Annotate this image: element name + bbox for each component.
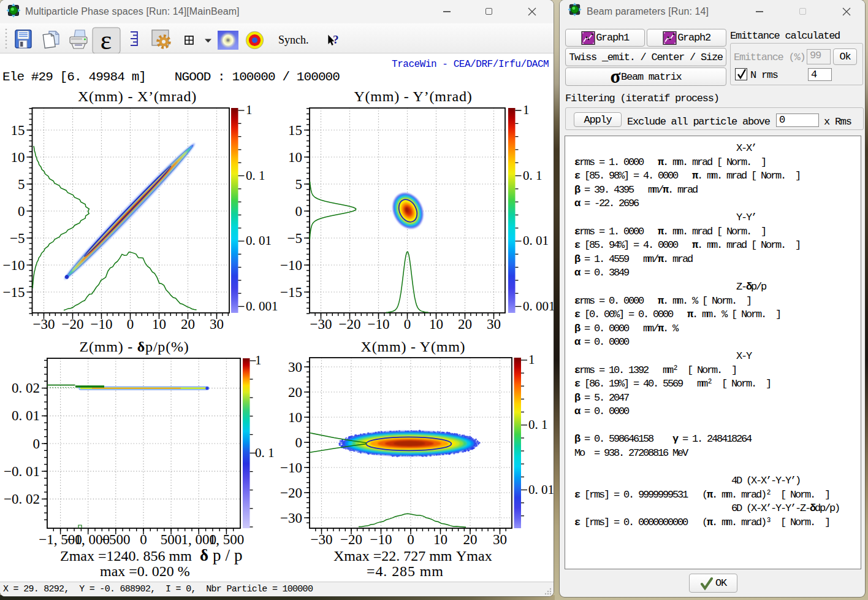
- svg-text:0: 0: [33, 436, 40, 452]
- svg-text:−0. 01: −0. 01: [4, 464, 40, 479]
- svg-text:0. 01: 0. 01: [523, 233, 549, 248]
- svg-text:−30: −30: [311, 532, 333, 547]
- svg-text:−0. 02: −0. 02: [4, 491, 40, 507]
- svg-text:30: 30: [493, 532, 507, 547]
- svg-text:−20: −20: [340, 532, 362, 547]
- svg-text:−20: −20: [280, 485, 302, 501]
- svg-text:5: 5: [295, 177, 303, 192]
- svg-text:15: 15: [288, 123, 302, 138]
- svg-text:500: 500: [161, 532, 182, 547]
- svg-text:X(mm) - Y(mm): X(mm) - Y(mm): [361, 339, 466, 355]
- svg-text:−20: −20: [339, 317, 361, 332]
- svg-text:20: 20: [458, 317, 472, 332]
- svg-text:10: 10: [288, 410, 302, 425]
- svg-text:1: 1: [255, 353, 262, 367]
- svg-text:−10: −10: [370, 532, 392, 547]
- svg-text:20: 20: [288, 385, 302, 400]
- svg-text:0. 1: 0. 1: [255, 445, 275, 460]
- svg-text:−500: −500: [101, 532, 130, 547]
- svg-text:1: 1: [246, 102, 253, 117]
- svg-text:0: 0: [404, 317, 411, 332]
- svg-text:30: 30: [487, 317, 501, 332]
- svg-text:0. 02: 0. 02: [12, 380, 40, 396]
- svg-text:10: 10: [11, 150, 25, 165]
- svg-text:−10: −10: [91, 317, 113, 332]
- svg-text:10: 10: [152, 317, 166, 332]
- svg-text:−15: −15: [280, 285, 302, 300]
- svg-text:0: 0: [295, 204, 303, 219]
- svg-text:0. 001: 0. 001: [523, 299, 554, 313]
- svg-text:max =0. 020 %: max =0. 020 %: [100, 563, 190, 579]
- svg-text:=4. 285 mm: =4. 285 mm: [367, 563, 444, 579]
- svg-text:1: 1: [523, 102, 530, 117]
- svg-text:0. 001: 0. 001: [246, 299, 278, 313]
- svg-text:10: 10: [433, 532, 447, 547]
- svg-text:1: 1: [528, 352, 535, 367]
- svg-text:Xmax =22. 727 mm: Xmax =22. 727 mm: [333, 548, 452, 564]
- svg-text:Z(mm) - δp/p(%): Z(mm) - δp/p(%): [79, 339, 189, 355]
- svg-text:−30: −30: [310, 317, 332, 332]
- svg-text:−10: −10: [280, 460, 302, 475]
- svg-text:0. 1: 0. 1: [528, 417, 548, 432]
- svg-text:−10: −10: [3, 258, 25, 273]
- svg-text:20: 20: [463, 532, 478, 547]
- svg-text:10: 10: [288, 150, 302, 165]
- svg-text:30: 30: [288, 360, 302, 375]
- svg-text:−10: −10: [368, 317, 390, 332]
- svg-text:10: 10: [429, 317, 443, 332]
- svg-text:−5: −5: [287, 231, 302, 246]
- svg-text:0: 0: [127, 317, 134, 332]
- svg-text:0. 1: 0. 1: [246, 168, 265, 183]
- svg-text:Zmax =1240. 856 mm: Zmax =1240. 856 mm: [60, 548, 192, 564]
- svg-text:5: 5: [18, 177, 25, 192]
- svg-text:Y(mm) - Y’(mrad): Y(mm) - Y’(mrad): [354, 88, 472, 104]
- svg-text:−5: −5: [10, 231, 25, 246]
- svg-text:X(mm) - X’(mrad): X(mm) - X’(mrad): [78, 88, 197, 104]
- svg-text:−10: −10: [280, 258, 302, 273]
- svg-text:0. 1: 0. 1: [523, 168, 542, 183]
- svg-text:−20: −20: [62, 317, 84, 332]
- svg-text:0. 01: 0. 01: [246, 233, 272, 248]
- svg-text:20: 20: [181, 317, 195, 332]
- svg-text:15: 15: [11, 123, 25, 138]
- svg-text:30: 30: [210, 317, 224, 332]
- svg-text:0: 0: [407, 532, 414, 547]
- svg-text:0: 0: [18, 204, 25, 219]
- svg-text:δp/p: δp/p: [200, 546, 247, 564]
- svg-text:−30: −30: [33, 317, 55, 332]
- svg-text:0. 01: 0. 01: [12, 408, 40, 423]
- svg-text:0: 0: [140, 532, 147, 547]
- svg-text:−30: −30: [280, 510, 302, 526]
- svg-text:Ymax: Ymax: [456, 548, 492, 564]
- svg-text:0: 0: [295, 435, 303, 450]
- svg-text:1, 500: 1, 500: [209, 532, 245, 547]
- svg-text:−15: −15: [3, 285, 25, 300]
- svg-text:0. 01: 0. 01: [528, 482, 554, 497]
